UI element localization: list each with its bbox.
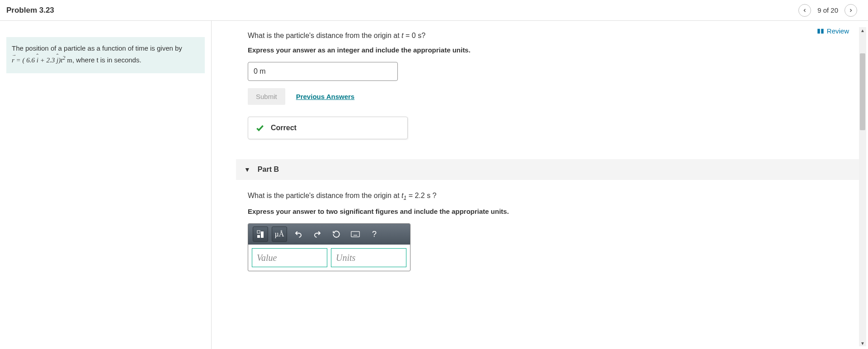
reset-tool[interactable] xyxy=(329,226,344,242)
part-b-instruction: Express your answer to two significant f… xyxy=(248,208,862,215)
vector-r: r xyxy=(12,55,14,66)
part-b-label: Part B xyxy=(258,165,279,174)
reset-icon xyxy=(332,230,340,238)
part-a-answer-field[interactable]: 0 m xyxy=(248,62,398,81)
next-problem-button[interactable] xyxy=(844,4,857,17)
review-label: Review xyxy=(827,27,849,35)
template-tool[interactable] xyxy=(253,226,268,242)
eq-mid: = ( 6.6 xyxy=(14,57,37,64)
scrollbar-thumb[interactable] xyxy=(860,53,865,130)
pager-text: 9 of 20 xyxy=(817,6,838,14)
review-link[interactable]: Review xyxy=(817,27,849,35)
book-icon xyxy=(817,28,824,34)
previous-answers-link[interactable]: Previous Answers xyxy=(296,93,355,100)
prev-problem-button[interactable] xyxy=(798,4,811,17)
part-b-question: What is the particle's distance from the… xyxy=(248,192,862,201)
fraction-icon xyxy=(256,230,265,239)
svg-rect-2 xyxy=(257,235,260,238)
help-tool[interactable]: ? xyxy=(367,226,382,242)
keyboard-tool[interactable] xyxy=(348,226,363,242)
answer-input-panel: µÅ ? Value U xyxy=(248,223,410,271)
svg-rect-1 xyxy=(261,231,264,238)
part-b-header[interactable]: ▼ Part B xyxy=(236,159,862,180)
scroll-down-icon[interactable]: ▼ xyxy=(860,340,865,346)
eq-units: m xyxy=(66,57,72,64)
undo-icon xyxy=(294,230,302,238)
unit-j: j xyxy=(57,55,58,66)
problem-prompt-panel: The position of a particle as a function… xyxy=(0,21,212,349)
prompt-tail: , where t is in seconds. xyxy=(72,56,142,64)
keyboard-icon xyxy=(351,231,360,237)
input-toolbar: µÅ ? xyxy=(248,224,410,245)
svg-rect-0 xyxy=(257,231,260,233)
part-a-instruction: Express your answer as an integer and in… xyxy=(248,46,862,54)
unit-i: i xyxy=(37,55,38,66)
value-input[interactable]: Value xyxy=(252,248,327,267)
caret-down-icon: ▼ xyxy=(244,166,250,173)
page-title: Problem 3.23 xyxy=(6,6,54,15)
part-a-question: What is the particle's distance from the… xyxy=(248,32,862,40)
correct-label: Correct xyxy=(271,124,297,132)
scroll-up-icon[interactable]: ▲ xyxy=(860,27,865,33)
correct-feedback: Correct xyxy=(248,117,408,139)
redo-tool[interactable] xyxy=(310,226,325,242)
qa-pre: What is the particle's distance from the… xyxy=(248,32,401,39)
chevron-right-icon xyxy=(848,8,854,13)
qb-pre: What is the particle's distance from the… xyxy=(248,192,401,199)
svg-rect-3 xyxy=(351,231,359,237)
redo-icon xyxy=(313,230,321,238)
units-input[interactable]: Units xyxy=(331,248,406,267)
chevron-left-icon xyxy=(802,8,807,13)
problem-prompt: The position of a particle as a function… xyxy=(6,37,205,73)
qa-post: = 0 s? xyxy=(404,32,425,39)
units-tool[interactable]: µÅ xyxy=(272,226,287,242)
check-icon xyxy=(255,123,264,132)
eq-tail: )t xyxy=(58,57,62,64)
eq-plus: + 2.3 xyxy=(38,57,57,64)
qb-post: = 2.2 s ? xyxy=(406,192,436,199)
scrollbar[interactable]: ▲ ▼ xyxy=(859,27,866,346)
submit-button: Submit xyxy=(248,88,285,105)
undo-tool[interactable] xyxy=(291,226,306,242)
